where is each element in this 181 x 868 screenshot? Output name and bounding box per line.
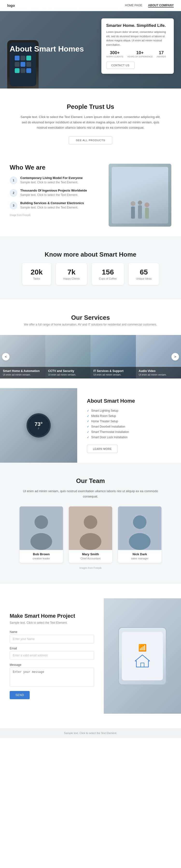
- footer-text: Sample text. Click to select the Text El…: [64, 732, 117, 735]
- team-member-3-role: sales manager: [118, 557, 161, 560]
- stat-coffee-label: Cups of Coffee: [99, 277, 116, 280]
- who-item-2-text: Sample text. Click to select the Text El…: [20, 193, 87, 197]
- who-num-1: 1: [10, 177, 17, 184]
- team-title: Our Team: [10, 477, 171, 485]
- about-list-item-5: ✓Smart Thermostat Installation: [87, 429, 171, 435]
- thermostat-widget: 73° F: [27, 413, 51, 437]
- services-subtitle: We offer a full range of home automation…: [10, 323, 171, 326]
- team-card-3: Nick Dark sales manager: [118, 506, 161, 563]
- see-all-button[interactable]: SEE ALL PRODUCTS: [69, 136, 112, 144]
- svg-rect-10: [141, 663, 144, 667]
- about-list: ✓Smart Lighting Setup ✓Media Room Setup …: [87, 408, 171, 440]
- stat-hclients-label: Happy Clients: [63, 277, 80, 280]
- services-section: Our Services We offer a full range of ho…: [0, 300, 181, 378]
- service-3-desc: Ut enim ad minim veniam.: [94, 373, 133, 376]
- check-icon-5: ✓: [87, 430, 89, 434]
- know-stat-tasks: 20k Tasks: [22, 263, 51, 285]
- learn-more-button[interactable]: LEARN MORE: [87, 445, 118, 453]
- trust-section: People Trust Us Sample text. Click to se…: [0, 89, 181, 154]
- about-section: 73° F About Smart Home ✓Smart Lighting S…: [0, 388, 181, 463]
- team-text: Ut enim ad minim veniam, quis nostrud ex…: [18, 489, 163, 499]
- freepik-credit: Image from Freepik: [10, 214, 101, 216]
- name-input[interactable]: [10, 634, 94, 643]
- about-title: About Smart Home: [87, 398, 171, 404]
- check-icon-2: ✓: [87, 414, 89, 418]
- stat-exp-num: 10+: [127, 50, 153, 55]
- email-label: Email: [10, 647, 94, 650]
- house-icon: [134, 654, 151, 668]
- info-stats: 300+ HAPPY CLIENTS 10+ YEARS OF EXPERIEN…: [106, 50, 169, 58]
- check-icon-6: ✓: [87, 436, 89, 439]
- contact-title: Make Smart Home Project: [10, 613, 94, 619]
- know-stat-coffee: 156 Cups of Coffee: [92, 263, 124, 285]
- check-icon-3: ✓: [87, 420, 89, 423]
- who-left: Who We are 1 Contemporary Living Model F…: [10, 164, 101, 216]
- services-cards: Smart Home & Automation Ut enim ad minim…: [0, 335, 181, 378]
- team-member-3-name: Nick Dark: [118, 552, 161, 556]
- info-card-title: Smarter Home. Simplified Life.: [106, 23, 169, 28]
- know-stat-ideas: 65 Unique Ideas: [129, 263, 159, 285]
- message-field-group: Message: [10, 663, 94, 688]
- contact-image: 📶: [104, 598, 181, 714]
- service-2-name: CCTV and Security: [48, 369, 88, 373]
- team-photo-1: [20, 506, 63, 550]
- team-freepik-credit: Images from Freepik: [10, 567, 171, 569]
- who-item-3-text: Sample text. Click to select the Text El…: [20, 206, 84, 209]
- message-input[interactable]: [10, 668, 94, 687]
- team-photo-2-img: [69, 506, 112, 550]
- nav-about[interactable]: ABOUT COMPANY: [148, 4, 174, 7]
- stat-hclients-num: 7k: [63, 268, 80, 276]
- email-input[interactable]: [10, 651, 94, 660]
- service-3-name: IT Services & Support: [94, 369, 133, 373]
- who-item-2: 2 Thousands Of Ingenious Projects Worldw…: [10, 189, 101, 197]
- svg-point-1: [35, 516, 48, 529]
- who-item-1-title: Contemporary Living Model For Everyone: [20, 176, 83, 180]
- hero-content: About Smart Homes: [0, 35, 94, 65]
- about-list-item-4: ✓Smart Doorbell Installation: [87, 424, 171, 429]
- stat-tasks-num: 20k: [30, 268, 44, 276]
- who-image: [109, 164, 171, 227]
- service-card-3: IT Services & Support Ut enim ad minim v…: [90, 335, 136, 378]
- who-item-3-title: Building Services & Consumer Electronics: [20, 201, 84, 205]
- team-member-2-name: Mary Smith: [69, 552, 112, 556]
- know-stats: 20k Tasks 7k Happy Clients 156 Cups of C…: [10, 263, 171, 285]
- who-item-3: 3 Building Services & Consumer Electroni…: [10, 201, 101, 210]
- check-icon-4: ✓: [87, 425, 89, 428]
- hero-title: About Smart Homes: [10, 44, 84, 54]
- thermostat-unit: F: [38, 427, 39, 430]
- send-button[interactable]: SEND: [10, 691, 30, 699]
- thermostat-number: 73°: [35, 421, 42, 427]
- contact-us-button[interactable]: CONTACT US: [106, 62, 135, 69]
- who-item-1-text: Sample text. Click to select the Text El…: [20, 181, 83, 184]
- stat-tasks-label: Tasks: [30, 277, 44, 280]
- info-card-text: Lorem ipsum dolor sit amet, consectetur …: [106, 30, 169, 47]
- stat-clients-num: 300+: [106, 50, 123, 55]
- know-title: Know more about Smart Home: [10, 251, 171, 258]
- contact-section: Make Smart Home Project Sample text. Cli…: [0, 584, 181, 728]
- team-card-1: Bob Brown creative leader: [20, 506, 63, 563]
- about-list-item-6: ✓Smart Door Lock Installation: [87, 435, 171, 440]
- stat-clients: 300+ HAPPY CLIENTS: [106, 50, 123, 58]
- svg-point-8: [129, 533, 151, 550]
- stat-awards-label: AWARDS: [157, 55, 166, 58]
- svg-marker-9: [135, 655, 150, 667]
- stat-ideas-label: Unique Ideas: [136, 277, 151, 280]
- who-item-2-title: Thousands Of Ingenious Projects Worldwid…: [20, 189, 87, 192]
- stat-awards: 17 AWARDS: [157, 50, 166, 58]
- service-4-name: Audio Video: [139, 369, 178, 373]
- team-member-1-name: Bob Brown: [20, 552, 63, 556]
- service-2-desc: Ut enim ad minim veniam.: [48, 373, 88, 376]
- svg-point-4: [84, 516, 97, 529]
- message-label: Message: [10, 663, 94, 666]
- nav-home[interactable]: HOME PAGE: [125, 4, 142, 7]
- team-photo-3: [118, 506, 161, 550]
- services-carousel: < Smart Home & Automation Ut enim ad min…: [0, 335, 181, 378]
- who-num-2: 2: [10, 189, 17, 197]
- who-num-3: 3: [10, 202, 17, 210]
- trust-title: People Trust Us: [10, 103, 171, 111]
- service-1-desc: Ut enim ad minim veniam.: [3, 373, 42, 376]
- about-list-item-1: ✓Smart Lighting Setup: [87, 408, 171, 413]
- service-card-2: CCTV and Security Ut enim ad minim venia…: [45, 335, 91, 378]
- who-title: Who We are: [10, 164, 101, 171]
- stat-clients-label: HAPPY CLIENTS: [106, 55, 123, 58]
